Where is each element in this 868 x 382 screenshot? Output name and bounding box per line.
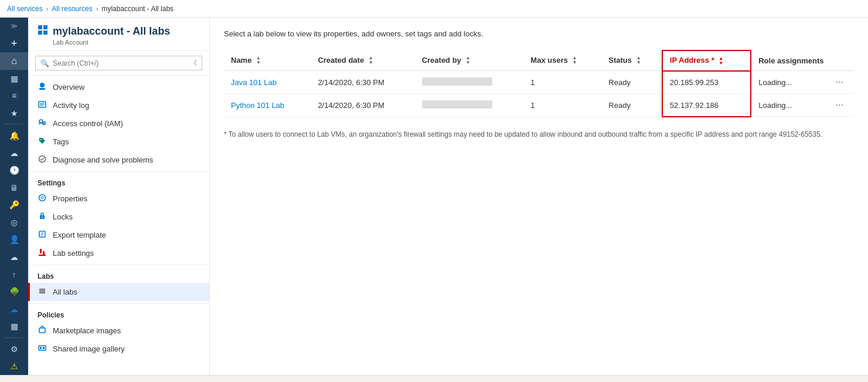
col-header-ip-address[interactable]: IP Address * ▲▼ — [662, 50, 751, 71]
created-by-sort-icons[interactable]: ▲▼ — [465, 56, 470, 65]
rail-expand-button[interactable]: ≫ — [0, 18, 28, 35]
rail-add-button[interactable]: + — [0, 35, 28, 53]
row2-name[interactable]: Python 101 Lab — [224, 94, 311, 117]
rail-tree-button[interactable]: 🌳 — [0, 283, 28, 300]
overview-icon — [38, 82, 47, 92]
rail-person-button[interactable]: 👤 — [0, 231, 28, 249]
sidebar-account-name: mylabaccount - All labs — [53, 25, 170, 38]
sidebar-item-overview[interactable]: Overview — [28, 78, 209, 96]
rail-warning-button[interactable]: ⚠ — [0, 357, 28, 375]
policies-section-label: Policies — [28, 303, 209, 322]
row1-more-button[interactable]: ··· — [832, 76, 847, 89]
rail-clock-button[interactable]: 🕐 — [0, 161, 28, 179]
row2-more-button[interactable]: ··· — [832, 99, 847, 111]
sidebar-item-marketplace-images-label: Marketplace images — [53, 326, 121, 335]
rail-favorites-button[interactable]: ★ — [0, 104, 28, 122]
svg-rect-2 — [38, 31, 42, 35]
sidebar-item-locks[interactable]: Locks — [28, 208, 209, 226]
sidebar-item-diagnose-label: Diagnose and solve problems — [53, 155, 153, 164]
sidebar-item-lab-settings[interactable]: Lab settings — [28, 244, 209, 262]
sidebar-item-tags-label: Tags — [53, 137, 69, 146]
sidebar-item-access-control[interactable]: Access control (IAM) — [28, 114, 209, 133]
rail-key-button[interactable]: 🔑 — [0, 197, 28, 214]
sidebar-item-tags[interactable]: Tags — [28, 133, 209, 151]
col-header-created-by[interactable]: Created by ▲▼ — [415, 50, 524, 71]
svg-line-16 — [40, 159, 42, 160]
svg-point-21 — [42, 217, 43, 218]
created-date-sort-icons[interactable]: ▲▼ — [369, 56, 373, 65]
rail-upload-button[interactable]: ↑ — [0, 266, 28, 283]
sidebar-item-access-control-label: Access control (IAM) — [53, 119, 123, 128]
name-sort-icons[interactable]: ▲▼ — [256, 56, 261, 65]
rail-settings2-button[interactable]: ⚙ — [0, 340, 28, 358]
sidebar-item-marketplace-images[interactable]: Marketplace images — [28, 322, 209, 340]
shared-image-gallery-icon — [38, 344, 47, 354]
row2-created-by — [415, 94, 524, 117]
rail-grid2-button[interactable]: ▦ — [0, 318, 28, 336]
rail-dashboard-button[interactable]: ▦ — [0, 70, 28, 87]
sidebar-nav: Overview Activity log — [28, 76, 209, 375]
row1-ip-address: 20.185.99.253 — [662, 71, 751, 94]
col-header-role-assignments[interactable]: Role assignments — [751, 50, 854, 71]
rail-list-button[interactable]: ≡ — [0, 87, 28, 104]
sidebar-item-all-labs-label: All labs — [53, 288, 77, 296]
svg-point-18 — [39, 195, 46, 201]
content-subtitle: Select a lab below to view its propertie… — [224, 29, 854, 38]
search-input[interactable] — [53, 59, 187, 67]
sidebar-item-properties[interactable]: Properties — [28, 190, 209, 208]
settings-section-label: Settings — [28, 171, 209, 190]
table-row: Java 101 Lab 2/14/2020, 6:30 PM 1 Ready … — [224, 71, 854, 94]
col-header-name[interactable]: Name ▲▼ — [224, 50, 311, 71]
marketplace-images-icon — [38, 326, 47, 336]
sidebar-item-lab-settings-label: Lab settings — [53, 249, 94, 258]
tags-icon — [38, 137, 47, 147]
sidebar-item-diagnose[interactable]: Diagnose and solve problems — [28, 151, 209, 169]
max-users-sort-icons[interactable]: ▲▼ — [573, 56, 577, 65]
rail-divider-2 — [5, 337, 23, 338]
row2-created-by-blurred — [422, 100, 492, 109]
sidebar-title-icon — [38, 25, 48, 38]
svg-rect-34 — [40, 347, 42, 349]
breadcrumb-sep-1: › — [46, 5, 49, 12]
main-content: Select a lab below to view its propertie… — [210, 18, 868, 375]
icon-rail: ≫ + ⌂ ▦ ≡ ★ 🔔 ☁ 🕐 🖥 🔑 ◎ 👤 ☁ ↑ 🌳 ☁ ▦ ⚙ ⚠ — [0, 18, 28, 375]
sidebar-title: mylabaccount - All labs — [38, 25, 200, 38]
rail-circle-button[interactable]: ◎ — [0, 214, 28, 231]
bottom-scrollbar[interactable] — [0, 375, 868, 382]
breadcrumb-all-services[interactable]: All services — [7, 5, 43, 13]
sidebar-subtitle: Lab Account — [38, 39, 200, 46]
row1-name[interactable]: Java 101 Lab — [224, 71, 311, 94]
rail-monitor-button[interactable]: 🖥 — [0, 179, 28, 197]
svg-rect-5 — [39, 88, 45, 90]
rail-home-button[interactable]: ⌂ — [0, 52, 28, 70]
col-header-max-users[interactable]: Max users ▲▼ — [523, 50, 601, 71]
row2-created-date: 2/14/2020, 6:30 PM — [311, 94, 414, 117]
lab-settings-icon — [38, 248, 47, 258]
row1-created-by — [415, 71, 524, 94]
sidebar-item-all-labs[interactable]: All labs — [28, 283, 209, 301]
search-box[interactable]: 🔍 《 — [35, 56, 202, 70]
sidebar-item-activity-log[interactable]: Activity log — [28, 96, 209, 114]
java-101-lab-link[interactable]: Java 101 Lab — [231, 78, 277, 87]
rail-cloud2-button[interactable]: ☁ — [0, 248, 28, 266]
svg-rect-3 — [43, 31, 47, 35]
search-icon: 🔍 — [40, 59, 49, 67]
col-header-status[interactable]: Status ▲▼ — [601, 50, 662, 71]
sidebar-item-export-template[interactable]: Export template — [28, 226, 209, 244]
breadcrumb-all-resources[interactable]: All resources — [52, 5, 92, 13]
rail-divider-1 — [5, 124, 23, 124]
sidebar-item-export-template-label: Export template — [53, 231, 106, 239]
rail-cloud-button[interactable]: ☁ — [0, 144, 28, 162]
python-101-lab-link[interactable]: Python 101 Lab — [231, 101, 284, 110]
breadcrumb: All services › All resources › mylabacco… — [0, 0, 868, 18]
sidebar-collapse-icon[interactable]: 《 — [190, 59, 197, 67]
rail-cloud3-button[interactable]: ☁ — [0, 300, 28, 318]
ip-sort-icons[interactable]: ▲▼ — [719, 56, 723, 66]
left-sidebar: mylabaccount - All labs Lab Account 🔍 《 — [28, 18, 210, 375]
rail-notifications-button[interactable]: 🔔 — [0, 127, 28, 144]
sidebar-item-shared-image-gallery[interactable]: Shared image gallery — [28, 340, 209, 358]
svg-rect-32 — [39, 328, 45, 333]
export-template-icon — [38, 230, 47, 240]
status-sort-icons[interactable]: ▲▼ — [636, 56, 641, 65]
col-header-created-date[interactable]: Created date ▲▼ — [311, 50, 414, 71]
